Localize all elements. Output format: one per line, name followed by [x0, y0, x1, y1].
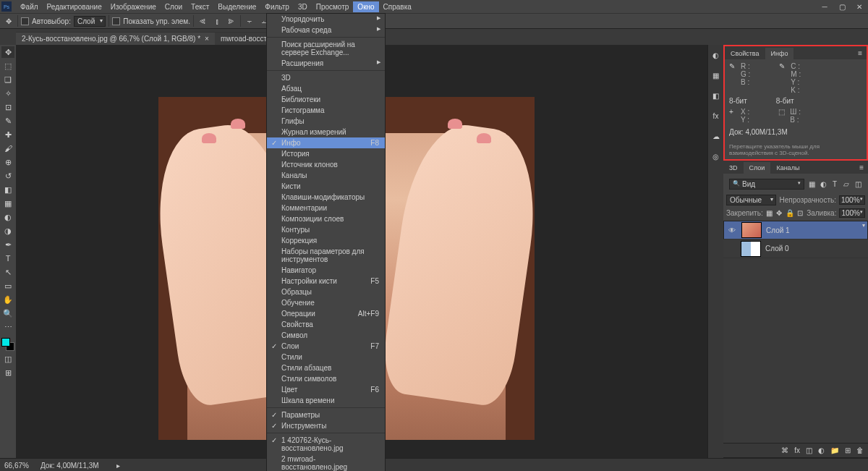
- menu-item[interactable]: История: [267, 148, 385, 159]
- gradient-tool[interactable]: ▦: [1, 198, 14, 209]
- menu-item[interactable]: Стили: [267, 352, 385, 362]
- tab-3d[interactable]: 3D: [723, 162, 744, 174]
- libraries-panel-icon[interactable]: ☁: [710, 130, 722, 142]
- lock-all-icon[interactable]: 🔒: [786, 209, 794, 217]
- marquee-tool[interactable]: ⬚: [1, 60, 14, 72]
- cc-panel-icon[interactable]: ◎: [710, 150, 722, 162]
- menu-слои[interactable]: Слои: [161, 1, 187, 12]
- menu-item[interactable]: Журнал измерений: [267, 127, 385, 137]
- shape-tool[interactable]: ▭: [1, 280, 14, 292]
- menu-item[interactable]: Настройки кистиF5: [267, 276, 385, 287]
- foreground-swatch[interactable]: [1, 338, 10, 347]
- screen-mode[interactable]: ⊞: [1, 367, 14, 378]
- show-controls-checkbox[interactable]: [112, 17, 120, 25]
- menu-справка[interactable]: Справка: [379, 1, 416, 12]
- layer-name[interactable]: Слой 1: [766, 226, 790, 234]
- menu-item[interactable]: ЦветF6: [267, 384, 385, 395]
- menu-редактирование[interactable]: Редактирование: [43, 1, 106, 12]
- crop-tool[interactable]: ⊡: [1, 101, 14, 113]
- lock-position-icon[interactable]: ✥: [775, 209, 782, 217]
- menu-3d[interactable]: 3D: [294, 1, 312, 12]
- styles-panel-icon[interactable]: fx: [710, 110, 722, 122]
- filter-type-icon[interactable]: T: [830, 180, 839, 188]
- align-right-icon[interactable]: ⫸: [226, 15, 237, 27]
- menu-изображение[interactable]: Изображение: [106, 1, 161, 12]
- menu-item[interactable]: Кисти: [267, 181, 385, 192]
- menu-item[interactable]: Образцы: [267, 287, 385, 297]
- group-icon[interactable]: 📁: [830, 446, 839, 454]
- color-swatches[interactable]: [1, 338, 14, 351]
- menu-item[interactable]: Источник клонов: [267, 159, 385, 170]
- layer-thumbnail[interactable]: [741, 241, 761, 257]
- menu-файл[interactable]: Файл: [16, 1, 43, 12]
- tab-channels[interactable]: Каналы: [770, 162, 805, 174]
- menu-item[interactable]: Комментарии: [267, 203, 385, 213]
- align-top-icon[interactable]: ⫟: [244, 15, 255, 27]
- lasso-tool[interactable]: ❑: [1, 74, 14, 85]
- menu-item[interactable]: Композиции слоев: [267, 213, 385, 224]
- close-button[interactable]: ✕: [851, 0, 868, 13]
- menu-item[interactable]: Глифы: [267, 116, 385, 127]
- menu-item[interactable]: Символ: [267, 330, 385, 341]
- layer-row[interactable]: 👁 Слой 1: [723, 221, 868, 239]
- layer-row[interactable]: Слой 0: [723, 239, 868, 258]
- menu-item[interactable]: Навигатор: [267, 265, 385, 276]
- fill-value[interactable]: 100%: [839, 208, 865, 218]
- minimize-button[interactable]: ─: [816, 0, 833, 13]
- menu-фильтр[interactable]: Фильтр: [260, 1, 294, 12]
- menu-item[interactable]: 2 mwroad-восстановлено.jpeg: [267, 454, 385, 471]
- adjustments-panel-icon[interactable]: ◧: [710, 90, 722, 101]
- tab-info[interactable]: Инфо: [765, 48, 794, 59]
- swatches-panel-icon[interactable]: ▦: [710, 69, 722, 81]
- tab-layers[interactable]: Слои: [744, 162, 771, 174]
- menu-item[interactable]: Библиотеки: [267, 94, 385, 105]
- menu-item[interactable]: Контуры: [267, 224, 385, 235]
- type-tool[interactable]: T: [1, 253, 14, 264]
- panel-menu-icon[interactable]: ≡: [855, 161, 868, 174]
- adjustment-layer-icon[interactable]: ◐: [818, 446, 825, 454]
- maximize-button[interactable]: ▢: [833, 0, 851, 13]
- blend-mode-dropdown[interactable]: Обычные: [726, 195, 776, 205]
- menu-item[interactable]: Абзац: [267, 83, 385, 94]
- hand-tool[interactable]: ✋: [1, 294, 14, 305]
- menu-item[interactable]: Расширения: [267, 58, 385, 69]
- menu-item[interactable]: Упорядочить: [267, 14, 385, 25]
- menu-item[interactable]: Рабочая среда: [267, 25, 385, 35]
- filter-shape-icon[interactable]: ▱: [842, 180, 851, 188]
- menu-item[interactable]: ✓Инструменты: [267, 420, 385, 431]
- eyedropper-tool[interactable]: ✎: [1, 115, 14, 127]
- panel-menu-icon[interactable]: ≡: [854, 47, 867, 59]
- menu-item[interactable]: Стили абзацев: [267, 362, 385, 373]
- menu-item[interactable]: Клавиши-модификаторы: [267, 192, 385, 203]
- lock-pixels-icon[interactable]: ▦: [766, 209, 773, 217]
- wand-tool[interactable]: ✧: [1, 88, 14, 99]
- menu-item[interactable]: ✓1 420762-Кусь-восстановлено.jpg: [267, 435, 385, 454]
- stamp-tool[interactable]: ⊕: [1, 156, 14, 168]
- layer-mask-icon[interactable]: ◫: [806, 446, 812, 454]
- move-tool[interactable]: ✥: [1, 46, 14, 58]
- blur-tool[interactable]: ◐: [1, 211, 14, 223]
- mask-mode[interactable]: ◫: [1, 353, 14, 365]
- new-layer-icon[interactable]: ⊞: [845, 446, 851, 454]
- link-layers-icon[interactable]: ⌘: [781, 446, 788, 454]
- zoom-level[interactable]: 66,67%: [4, 462, 29, 470]
- menu-item[interactable]: 3D: [267, 72, 385, 83]
- zoom-tool[interactable]: 🔍: [1, 307, 14, 319]
- filter-pixel-icon[interactable]: ▦: [807, 180, 816, 188]
- visibility-icon[interactable]: 👁: [727, 226, 737, 234]
- menu-текст[interactable]: Текст: [187, 1, 213, 12]
- close-icon[interactable]: ×: [205, 35, 209, 43]
- opacity-value[interactable]: 100%: [839, 195, 865, 205]
- tab-properties[interactable]: Свойства: [725, 48, 765, 59]
- menu-item[interactable]: ✓Параметры: [267, 410, 385, 420]
- menu-item[interactable]: ОперацииAlt+F9: [267, 308, 385, 319]
- menu-item[interactable]: Стили символов: [267, 373, 385, 384]
- menu-просмотр[interactable]: Просмотр: [312, 1, 354, 12]
- status-menu-icon[interactable]: ▸: [116, 462, 120, 470]
- filter-smart-icon[interactable]: ◫: [854, 180, 862, 188]
- menu-item[interactable]: Гистограмма: [267, 105, 385, 116]
- menu-выделение[interactable]: Выделение: [213, 1, 260, 12]
- heal-tool[interactable]: ✚: [1, 129, 14, 140]
- menu-item[interactable]: ✓ИнфоF8: [267, 137, 385, 148]
- autoselect-checkbox[interactable]: [21, 17, 29, 25]
